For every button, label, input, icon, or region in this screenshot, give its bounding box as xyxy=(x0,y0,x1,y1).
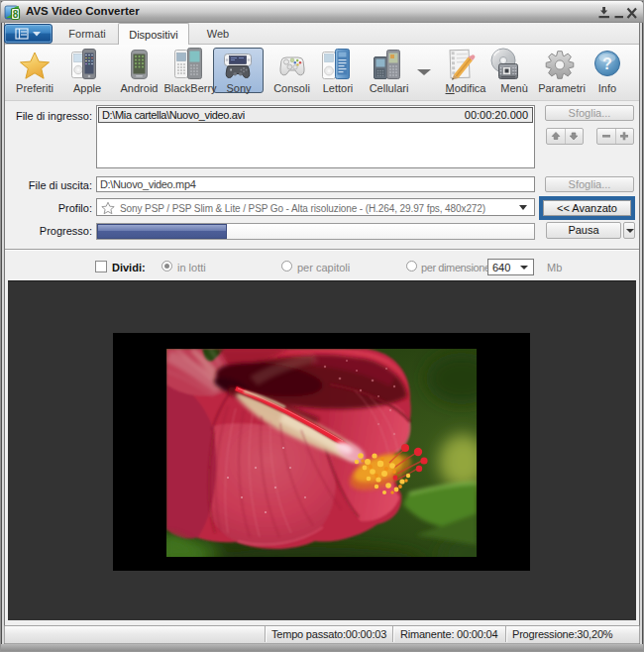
svg-text:8: 8 xyxy=(13,9,19,20)
svg-text:?: ? xyxy=(602,55,612,72)
